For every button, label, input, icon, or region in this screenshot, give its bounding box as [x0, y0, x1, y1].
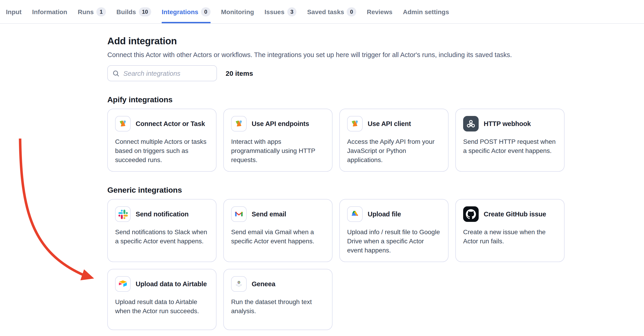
integration-card-title: Upload data to Airtable	[136, 280, 207, 288]
integration-card-title: Create GitHub issue	[484, 210, 546, 218]
tab-count-badge: 3	[287, 7, 297, 16]
nav-tab-reviews[interactable]: Reviews	[367, 0, 392, 23]
nav-tab-integrations[interactable]: Integrations 0	[162, 0, 210, 23]
geneea-icon	[231, 276, 247, 292]
tab-count-badge: 0	[201, 7, 210, 16]
nav-tab-issues[interactable]: Issues 3	[264, 0, 297, 23]
search-row: 20 items	[107, 65, 644, 81]
integration-card-title: Geneea	[252, 280, 276, 288]
search-box[interactable]	[107, 65, 217, 81]
integration-card-description: Connect multiple Actors or tasks based o…	[115, 137, 209, 164]
apify-logo-icon	[115, 116, 131, 131]
nav-tab-builds[interactable]: Builds 10	[116, 0, 151, 23]
actor-tab-bar: Input Information Runs 1 Builds 10 Integ…	[0, 0, 644, 24]
integration-card-description: Access the Apify API from your JavaScrip…	[347, 137, 441, 164]
gmail-icon	[231, 206, 247, 222]
integration-card-title: Send email	[252, 210, 286, 218]
integration-card-description: Create a new issue when the Actor run fa…	[463, 227, 557, 246]
apify-logo-icon	[231, 116, 247, 131]
integration-card-use-api-endpoints[interactable]: Use API endpoints Interact with apps pro…	[223, 109, 332, 172]
nav-tab-saved-tasks[interactable]: Saved tasks 0	[307, 0, 356, 23]
section-title: Apify integrations	[107, 95, 644, 104]
integration-card-title: HTTP webhook	[484, 120, 531, 127]
integration-card-description: Upload result data to Airtable when the …	[115, 297, 209, 316]
tab-count-badge: 0	[347, 7, 356, 16]
search-icon	[112, 70, 120, 77]
integration-card-title: Use API endpoints	[252, 120, 309, 127]
airtable-icon	[115, 276, 131, 292]
nav-tab-monitoring[interactable]: Monitoring	[221, 0, 254, 23]
main-content: Add integration Connect this Actor with …	[0, 24, 644, 330]
nav-tab-admin-settings[interactable]: Admin settings	[403, 0, 449, 23]
integration-card-connect-actor-or-task[interactable]: Connect Actor or Task Connect multiple A…	[107, 109, 216, 172]
items-count: 20 items	[226, 69, 253, 77]
nav-tab-runs[interactable]: Runs 1	[78, 0, 106, 23]
integration-card-description: Send notifications to Slack when a speci…	[115, 227, 209, 246]
integration-section: Apify integrations Connect Actor or Task…	[107, 95, 644, 172]
integration-card-upload-data-to-airtable[interactable]: Upload data to Airtable Upload result da…	[107, 269, 216, 330]
integration-card-title: Use API client	[368, 120, 411, 127]
card-grid: Connect Actor or Task Connect multiple A…	[107, 109, 644, 172]
integration-card-title: Upload file	[368, 210, 401, 218]
integration-card-description: Run the dataset through text analysis.	[231, 297, 325, 316]
integration-card-create-github-issue[interactable]: Create GitHub issue Create a new issue w…	[455, 199, 564, 262]
github-icon	[463, 206, 479, 222]
integration-card-http-webhook[interactable]: HTTP webhook Send POST HTTP request when…	[455, 109, 564, 172]
integration-card-use-api-client[interactable]: Use API client Access the Apify API from…	[339, 109, 448, 172]
integration-card-description: Send email via Gmail when a specific Act…	[231, 227, 325, 246]
apify-logo-icon	[347, 116, 363, 131]
integration-section: Generic integrations Send notification S…	[107, 186, 644, 330]
integration-card-description: Upload info / result file to Google Driv…	[347, 227, 441, 255]
nav-tab-information[interactable]: Information	[32, 0, 67, 23]
search-input[interactable]	[123, 70, 212, 77]
integration-card-title: Connect Actor or Task	[136, 120, 205, 127]
integration-card-description: Interact with apps programmatically usin…	[231, 137, 325, 164]
google-drive-icon	[347, 206, 363, 222]
slack-icon	[115, 206, 131, 222]
integration-card-send-notification[interactable]: Send notification Send notifications to …	[107, 199, 216, 262]
webhook-icon	[463, 116, 479, 131]
integration-card-geneea[interactable]: Geneea Run the dataset through text anal…	[223, 269, 332, 330]
integrations-page: Input Information Runs 1 Builds 10 Integ…	[0, 0, 644, 336]
tab-count-badge: 10	[138, 7, 151, 16]
nav-tab-input[interactable]: Input	[6, 0, 22, 23]
tab-count-badge: 1	[96, 7, 106, 16]
integration-card-upload-file[interactable]: Upload file Upload info / result file to…	[339, 199, 448, 262]
integration-card-description: Send POST HTTP request when a specific A…	[463, 137, 557, 155]
section-title: Generic integrations	[107, 186, 644, 195]
page-description: Connect this Actor with other Actors or …	[107, 51, 644, 58]
integration-card-send-email[interactable]: Send email Send email via Gmail when a s…	[223, 199, 332, 262]
integration-card-title: Send notification	[136, 210, 189, 218]
page-title: Add integration	[107, 36, 644, 46]
integration-sections: Apify integrations Connect Actor or Task…	[107, 95, 644, 330]
card-grid: Send notification Send notifications to …	[107, 199, 644, 330]
